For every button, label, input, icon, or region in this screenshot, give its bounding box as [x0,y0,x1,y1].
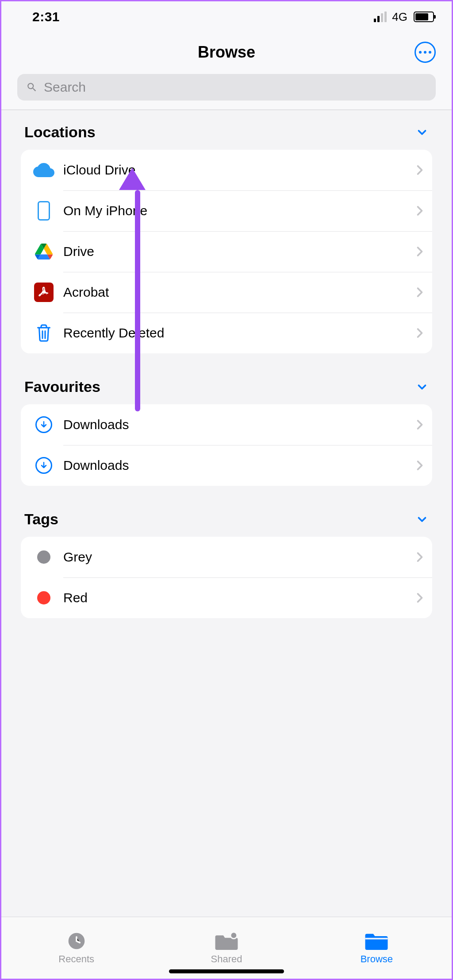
clock-icon [67,931,86,951]
favourites-section: Favourites Downloads Downloads [1,353,452,486]
chevron-right-icon [416,552,423,562]
location-google-drive[interactable]: Drive [21,231,432,272]
status-indicators: 4G [374,10,434,24]
acrobat-icon [30,283,58,302]
favourite-downloads[interactable]: Downloads [21,445,432,486]
network-label: 4G [392,10,407,24]
favourite-label: Downloads [58,417,416,432]
chevron-down-icon [415,380,429,394]
favourites-title: Favourites [24,378,100,395]
location-acrobat[interactable]: Acrobat [21,272,432,313]
svg-rect-2 [365,937,388,939]
location-label: Acrobat [58,285,416,300]
tag-label: Grey [58,550,416,565]
tag-red[interactable]: Red [21,577,432,618]
chevron-right-icon [416,460,423,471]
location-recently-deleted[interactable]: Recently Deleted [21,313,432,353]
ellipsis-icon [419,51,431,54]
location-icloud-drive[interactable]: iCloud Drive [21,150,432,190]
locations-list: iCloud Drive On My iPhone Drive Acrobat [21,150,432,353]
favourites-header[interactable]: Favourites [21,376,432,404]
chevron-right-icon [416,419,423,430]
shared-folder-icon [215,931,238,951]
tab-bar: Recents Shared Browse [1,917,452,979]
download-icon [30,416,58,433]
tag-label: Red [58,590,416,605]
chevron-down-icon [415,126,429,139]
svg-point-1 [230,932,237,939]
trash-icon [30,324,58,342]
tab-recents[interactable]: Recents [1,917,151,979]
tab-browse[interactable]: Browse [302,917,452,979]
location-on-my-iphone[interactable]: On My iPhone [21,190,432,231]
location-label: On My iPhone [58,203,416,218]
chevron-right-icon [416,593,423,603]
favourites-list: Downloads Downloads [21,404,432,486]
google-drive-icon [30,244,58,260]
location-label: Recently Deleted [58,325,416,341]
icloud-icon [30,163,58,177]
favourite-label: Downloads [58,458,416,473]
tab-label: Browse [361,953,393,965]
locations-header[interactable]: Locations [21,121,432,150]
tag-color-icon [30,550,58,564]
chevron-right-icon [416,165,423,175]
tags-title: Tags [24,511,58,528]
battery-icon [414,12,434,22]
search-icon [26,81,38,93]
tab-label: Recents [58,953,94,965]
iphone-icon [30,201,58,221]
more-options-button[interactable] [415,42,436,63]
page-title: Browse [198,43,255,62]
tags-list: Grey Red [21,537,432,618]
folder-icon [365,931,388,951]
tag-color-icon [30,591,58,604]
chevron-right-icon [416,205,423,216]
location-label: iCloud Drive [58,163,416,178]
tags-section: Tags Grey Red [1,486,452,618]
download-icon [30,457,58,474]
chevron-right-icon [416,287,423,298]
search-field[interactable] [17,74,436,101]
search-container [1,72,452,109]
nav-header: Browse [1,32,452,72]
search-input[interactable] [44,80,427,95]
status-bar: 2:31 4G [1,1,452,32]
tags-header[interactable]: Tags [21,508,432,537]
location-label: Drive [58,244,416,259]
locations-title: Locations [24,124,96,141]
favourite-downloads[interactable]: Downloads [21,404,432,445]
status-time: 2:31 [32,9,60,24]
locations-section: Locations iCloud Drive On My iPhone Driv… [1,110,452,353]
signal-icon [374,12,387,22]
chevron-down-icon [415,513,429,526]
chevron-right-icon [416,328,423,338]
tab-label: Shared [211,953,242,965]
tag-grey[interactable]: Grey [21,537,432,577]
home-indicator[interactable] [169,969,284,973]
chevron-right-icon [416,246,423,257]
